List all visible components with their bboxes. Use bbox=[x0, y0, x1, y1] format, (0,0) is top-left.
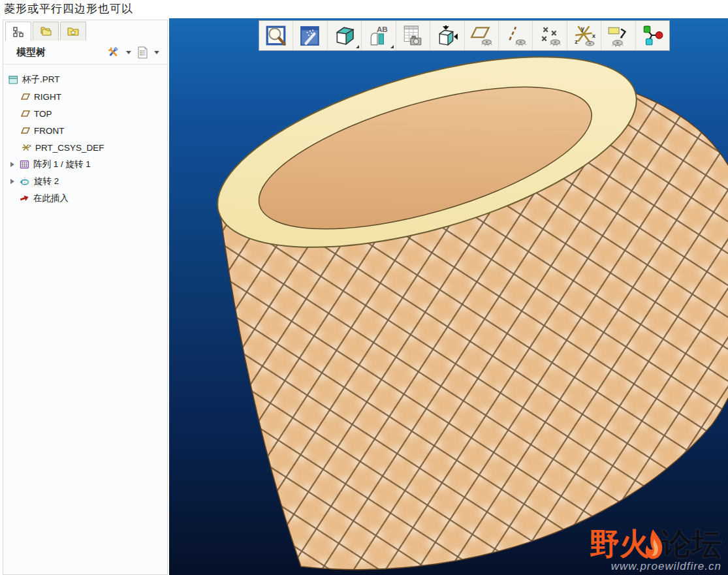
datum-plane-toggle-icon bbox=[469, 25, 493, 47]
model-tree: 杯子.PRT RIGHT TOP FRONT PRT_CSYS_DEF bbox=[3, 65, 167, 207]
datum-axis-toggle-button[interactable] bbox=[498, 21, 532, 50]
eye-icon bbox=[550, 39, 561, 45]
settings-dropdown-arrow[interactable] bbox=[126, 51, 131, 54]
spin-center-toggle-button[interactable] bbox=[635, 21, 669, 50]
model-tree-header: 模型树 bbox=[3, 40, 167, 65]
favorites-tab-icon bbox=[67, 26, 80, 37]
settings-tools-icon[interactable] bbox=[105, 46, 121, 59]
model-tree-title: 模型树 bbox=[16, 46, 46, 59]
display-style-button[interactable] bbox=[327, 21, 361, 50]
tab-folder-browser[interactable] bbox=[33, 22, 59, 40]
view-toolbar: AB bbox=[259, 20, 670, 51]
watermark-brand-suffix: 论坛 bbox=[661, 529, 721, 559]
datum-plane-icon bbox=[21, 92, 30, 101]
repaint-icon bbox=[299, 25, 321, 47]
repaint-button[interactable] bbox=[293, 21, 326, 50]
expand-arrow-icon[interactable] bbox=[8, 178, 16, 185]
tree-item-revolve[interactable]: 旋转 2 bbox=[3, 173, 167, 190]
reorient-view-icon bbox=[436, 25, 458, 47]
revolve-icon bbox=[20, 177, 30, 186]
point-display-toggle-icon bbox=[538, 25, 562, 47]
app-window: { "note": "菱形或平行四边形也可以", "sidebar": { "t… bbox=[0, 0, 728, 575]
datum-plane-icon bbox=[21, 109, 30, 118]
tree-item-pattern[interactable]: 阵列 1 / 旋转 1 bbox=[3, 156, 167, 173]
svg-text:y: y bbox=[580, 25, 584, 32]
svg-text:x: x bbox=[592, 32, 595, 39]
eye-icon bbox=[482, 39, 492, 45]
tree-item-insert-here[interactable]: 在此插入 bbox=[3, 190, 167, 207]
annotation-display-toggle-icon bbox=[607, 25, 630, 47]
view-manager-button[interactable] bbox=[396, 21, 430, 50]
eye-icon bbox=[515, 39, 526, 45]
spin-center-toggle-icon bbox=[641, 25, 663, 47]
svg-text:AB: AB bbox=[377, 25, 388, 33]
list-dropdown-arrow[interactable] bbox=[154, 51, 159, 54]
annotation-note: 菱形或平行四边形也可以 bbox=[4, 1, 133, 16]
tree-item-front-plane[interactable]: FRONT bbox=[3, 122, 167, 139]
datum-plane-toggle-button[interactable] bbox=[464, 21, 498, 50]
part-icon bbox=[8, 75, 18, 84]
tree-item-csys[interactable]: PRT_CSYS_DEF bbox=[3, 139, 167, 156]
view-manager-icon bbox=[402, 25, 424, 47]
tab-model-tree[interactable] bbox=[5, 22, 31, 41]
annotation-plane-button[interactable]: AB bbox=[361, 21, 395, 50]
dropdown-corner bbox=[356, 45, 359, 48]
csys-display-toggle-button[interactable]: y x z bbox=[567, 21, 601, 50]
annotation-plane-icon: AB bbox=[368, 25, 390, 47]
3d-viewport[interactable]: AB bbox=[169, 18, 728, 575]
watermark-brand: 野火 bbox=[590, 529, 650, 559]
tree-item-right-plane[interactable]: RIGHT bbox=[3, 88, 167, 105]
tree-item-part[interactable]: 杯子.PRT bbox=[3, 71, 167, 88]
datum-plane-icon bbox=[21, 126, 30, 135]
eye-icon bbox=[586, 41, 594, 46]
csys-icon bbox=[21, 143, 31, 152]
annotation-display-toggle-button[interactable] bbox=[601, 21, 635, 50]
svg-text:z: z bbox=[575, 37, 578, 44]
watermark-url: www.proewildfire.cn bbox=[590, 561, 721, 572]
datum-axis-toggle-icon bbox=[504, 25, 528, 47]
display-style-cube-icon bbox=[334, 25, 356, 47]
zoom-refit-icon bbox=[265, 25, 287, 47]
point-display-toggle-button[interactable] bbox=[532, 21, 566, 50]
model-tree-panel: 模型树 bbox=[3, 20, 168, 575]
folder-browser-tab-icon bbox=[39, 26, 53, 37]
pattern-icon bbox=[20, 160, 29, 169]
cup-model[interactable] bbox=[169, 18, 728, 575]
navigator-tabs bbox=[3, 20, 167, 40]
dropdown-corner bbox=[390, 45, 394, 48]
model-tree-tab-icon bbox=[12, 26, 24, 38]
reorient-view-button[interactable] bbox=[430, 21, 464, 50]
tree-item-top-plane[interactable]: TOP bbox=[3, 105, 167, 122]
csys-display-toggle-icon: y x z bbox=[573, 25, 596, 47]
watermark: 野火 论坛 www.proewildfire.cn bbox=[590, 529, 721, 572]
eye-icon bbox=[612, 40, 623, 46]
insert-here-icon bbox=[20, 194, 29, 203]
show-list-icon[interactable] bbox=[136, 46, 149, 59]
expand-arrow-icon[interactable] bbox=[8, 161, 16, 168]
tab-favorites[interactable] bbox=[60, 22, 86, 40]
zoom-refit-button[interactable] bbox=[259, 21, 293, 50]
